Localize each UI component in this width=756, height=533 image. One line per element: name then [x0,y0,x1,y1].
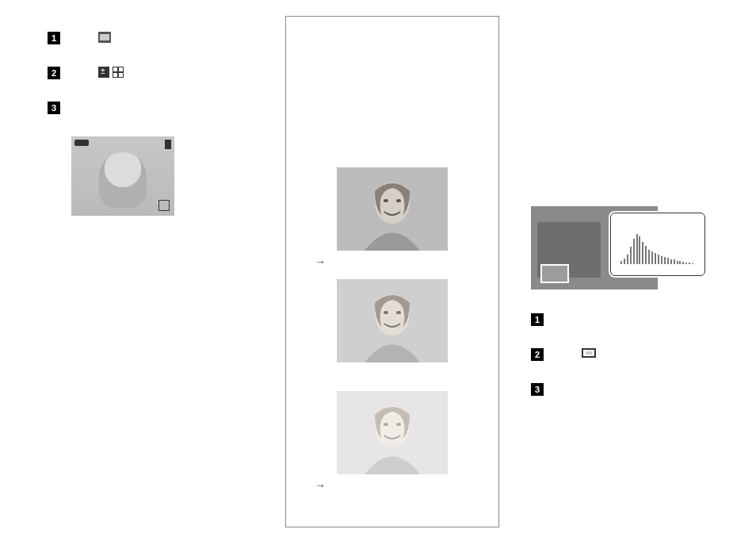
lcd-mode-icon [74,140,89,146]
arrow-icon: → [315,255,475,268]
index-grid-icon [113,67,124,78]
step-badge: 3 [531,383,544,396]
left-column: 1 2 3 [48,32,262,216]
sample-image-brighter [337,279,448,362]
right-column: 1 2 3 [531,206,745,418]
right-step-2: 2 [531,348,745,361]
right-step-1: 1 [531,313,745,326]
camera-lcd-preview [71,136,174,216]
step-badge: 3 [48,102,60,114]
svg-point-11 [396,423,401,426]
lcd-status-icon [158,200,170,211]
step-badge: 2 [48,67,60,79]
film-icon [98,32,111,43]
svg-point-10 [384,423,388,426]
svg-point-6 [384,311,388,314]
step-badge: 1 [48,32,60,44]
lcd-battery-icon [165,140,171,149]
step-badge: 1 [531,313,544,326]
exposure-example-box: → → [285,16,499,527]
left-step-1: 1 [48,32,262,44]
sample-image-brightest [337,391,448,474]
sample-image-normal [337,167,448,251]
histogram-popup [610,213,705,276]
right-step-3: 3 [531,383,745,396]
arrow-icon: → [315,479,475,492]
left-step-2: 2 [48,67,262,79]
exposure-compensation-icon [98,67,109,78]
histogram-thumbnail-icon [540,264,569,283]
step-badge: 2 [531,348,544,361]
left-step-3: 3 [48,102,262,114]
svg-point-7 [396,311,401,314]
display-toggle-icon [582,348,596,358]
svg-point-3 [396,199,401,202]
playback-image-with-histogram [531,206,658,290]
svg-point-2 [384,199,388,202]
histogram-chart [619,232,697,264]
